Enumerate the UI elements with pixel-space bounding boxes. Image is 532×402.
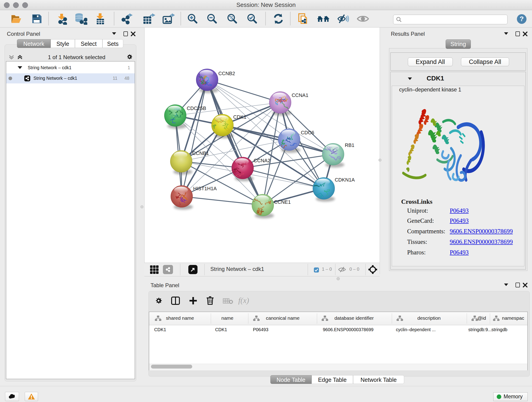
svg-text:CDC25B: CDC25B <box>187 106 206 111</box>
svg-text:RB1: RB1 <box>345 143 355 148</box>
svg-text:CCNB2: CCNB2 <box>218 71 235 76</box>
svg-text:CDK1: CDK1 <box>233 114 246 120</box>
svg-text:CCNA1: CCNA1 <box>292 93 308 98</box>
svg-text:CCNA2: CCNA2 <box>254 158 270 163</box>
svg-text:CDC6: CDC6 <box>301 130 314 135</box>
svg-text:CCNE1: CCNE1 <box>274 199 291 205</box>
svg-text:?: ? <box>520 15 524 22</box>
svg-text:CDKN1A: CDKN1A <box>335 177 355 183</box>
svg-text:HIST1H1A: HIST1H1A <box>193 186 217 191</box>
svg-text:CCNB1: CCNB1 <box>192 151 209 156</box>
